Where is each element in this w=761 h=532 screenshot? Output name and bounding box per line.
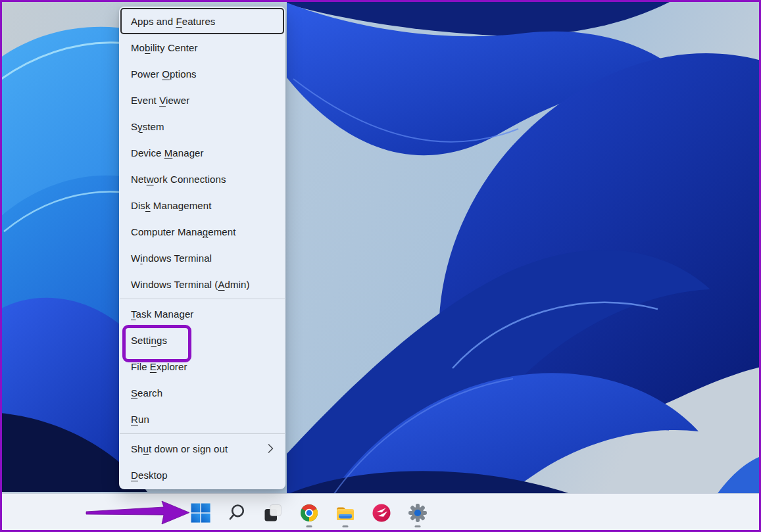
taskbar-task-view-button[interactable] xyxy=(258,497,287,529)
taskbar-settings-button[interactable] xyxy=(403,497,432,529)
menu-item-label: Network Connections xyxy=(131,174,226,185)
menu-item-device-manager[interactable]: Device Manager xyxy=(120,139,284,166)
taskbar-start-button[interactable] xyxy=(186,497,215,529)
task-view-icon xyxy=(263,503,283,523)
taskbar-chrome-button[interactable] xyxy=(295,497,324,529)
menu-item-network-connections[interactable]: Network Connections xyxy=(120,166,284,192)
file-explorer-icon xyxy=(335,504,355,522)
menu-item-label: Desktop xyxy=(131,470,168,481)
menu-item-label: Apps and Features xyxy=(131,16,215,27)
menu-item-label: Mobility Center xyxy=(131,42,198,53)
menu-item-label: Task Manager xyxy=(131,308,193,320)
menu-item-label: Device Manager xyxy=(131,147,204,158)
menu-item-windows-terminal[interactable]: Windows Terminal xyxy=(120,245,284,271)
menu-item-file-explorer[interactable]: File Explorer xyxy=(120,353,284,379)
menu-separator xyxy=(120,299,285,299)
settings-icon xyxy=(408,503,428,523)
taskbar xyxy=(0,493,761,532)
menu-item-run[interactable]: Run xyxy=(120,406,284,432)
menu-item-power-options[interactable]: Power Options xyxy=(120,60,284,87)
running-indicator xyxy=(343,525,349,527)
menu-item-search[interactable]: Search xyxy=(120,379,284,406)
menu-item-label: Event Viewer xyxy=(131,95,189,106)
skitch-icon xyxy=(372,503,391,523)
menu-item-label: Windows Terminal xyxy=(131,253,212,264)
menu-item-desktop[interactable]: Desktop xyxy=(120,462,284,488)
menu-item-windows-terminal-admin[interactable]: Windows Terminal (Admin) xyxy=(120,271,284,297)
taskbar-icon-strip xyxy=(186,494,432,532)
menu-item-apps-and-features[interactable]: Apps and Features xyxy=(120,8,284,34)
menu-item-label: Run xyxy=(131,414,149,425)
menu-item-label: System xyxy=(131,121,164,132)
menu-item-label: Power Options xyxy=(131,68,197,80)
menu-item-mobility-center[interactable]: Mobility Center xyxy=(120,34,284,60)
menu-item-task-manager[interactable]: Task Manager xyxy=(120,301,284,327)
menu-item-settings[interactable]: Settings xyxy=(120,327,284,353)
chrome-icon xyxy=(299,503,319,523)
menu-item-label: File Explorer xyxy=(131,361,187,372)
running-indicator xyxy=(307,525,312,527)
desktop-screen: Apps and FeaturesMobility CenterPower Op… xyxy=(0,0,761,532)
menu-item-label: Windows Terminal (Admin) xyxy=(131,279,250,290)
menu-item-shut-down-or-sign-out[interactable]: Shut down or sign out xyxy=(120,435,284,462)
menu-item-label: Shut down or sign out xyxy=(131,443,228,454)
menu-item-label: Search xyxy=(131,387,162,399)
menu-item-disk-management[interactable]: Disk Management xyxy=(120,192,284,218)
win-x-menu: Apps and FeaturesMobility CenterPower Op… xyxy=(119,7,285,489)
running-indicator xyxy=(415,525,421,527)
menu-item-event-viewer[interactable]: Event Viewer xyxy=(120,87,284,113)
taskbar-file-explorer-button[interactable] xyxy=(331,497,360,529)
menu-item-label: Disk Management xyxy=(131,200,211,211)
menu-separator xyxy=(120,433,285,434)
menu-item-system[interactable]: System xyxy=(120,113,284,139)
search-icon xyxy=(227,503,247,523)
desktop-wallpaper xyxy=(0,0,761,530)
menu-item-label: Settings xyxy=(131,335,167,346)
taskbar-search-button[interactable] xyxy=(222,497,251,529)
taskbar-skitch-button[interactable] xyxy=(367,497,396,529)
menu-item-label: Computer Management xyxy=(131,226,236,237)
menu-item-computer-management[interactable]: Computer Management xyxy=(120,218,284,245)
chevron-right-icon xyxy=(268,444,274,454)
start-icon xyxy=(191,503,210,523)
